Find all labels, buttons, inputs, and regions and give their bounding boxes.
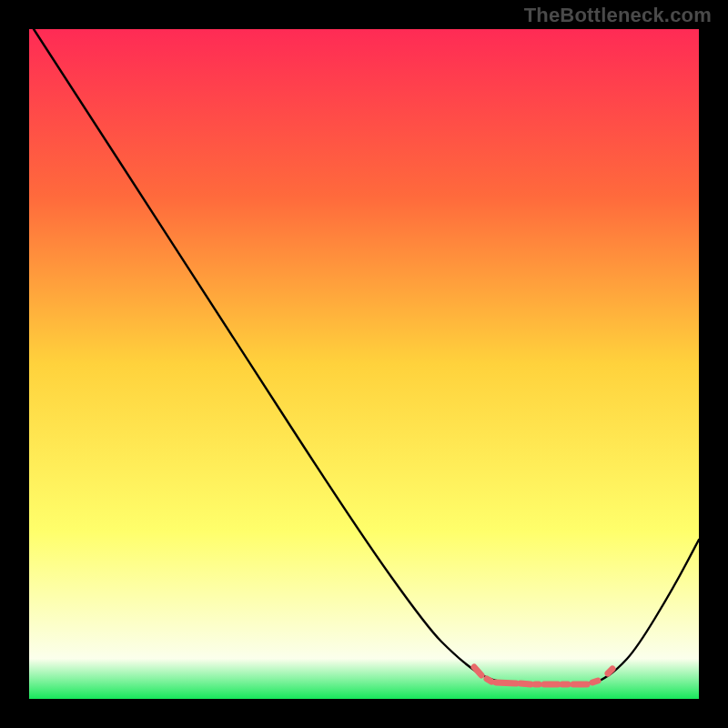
svg-line-8	[592, 681, 598, 682]
svg-line-9	[608, 669, 612, 673]
svg-line-3	[521, 683, 531, 684]
gradient-plot-area	[29, 29, 699, 699]
bottleneck-chart	[0, 0, 728, 728]
chart-container: { "watermark": "TheBottleneck.com", "cha…	[0, 0, 728, 728]
svg-line-1	[487, 679, 491, 682]
watermark-text: TheBottleneck.com	[524, 4, 712, 27]
svg-line-2	[496, 682, 516, 683]
